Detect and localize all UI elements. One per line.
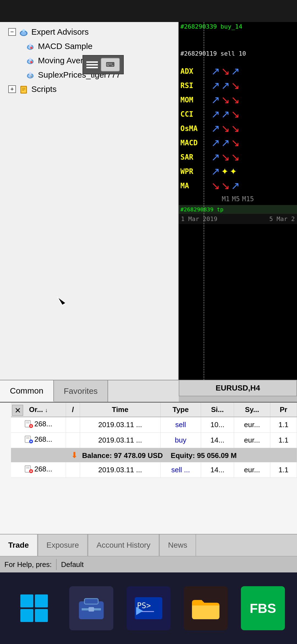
scripts-icon (18, 84, 29, 95)
svg-point-1 (21, 31, 26, 35)
keyboard-button[interactable]: ⌨ (101, 58, 120, 72)
fbs-label: FBS (250, 601, 276, 616)
collapse-expert-btn[interactable]: − (8, 28, 16, 36)
mt4-button[interactable] (69, 586, 113, 630)
col-price: Pr (270, 403, 297, 417)
expert-advisors-icon (18, 26, 29, 37)
expert-advisors-label: Expert Advisors (31, 27, 89, 37)
col-slash: / (66, 403, 80, 417)
expand-scripts-btn[interactable]: + (8, 85, 16, 93)
col-time: Time (80, 403, 160, 417)
svg-point-2 (22, 29, 25, 32)
svg-rect-16 (21, 87, 26, 93)
scripts-label: Scripts (31, 84, 57, 94)
chart-order-bottom: #268290839 tp (180, 206, 295, 213)
indicator-ma: MA ↘ ↘ ↗ (179, 179, 297, 193)
svg-point-9 (29, 58, 32, 61)
indicator-mom: MOM ↗ ↘ ↘ (179, 93, 297, 107)
chart-dashed-line (204, 22, 204, 385)
indicator-rsi: RSI ↗ ↗ ↘ (179, 78, 297, 93)
menu-lines-icon[interactable] (86, 61, 98, 68)
chart-panel: #268290339 buy_14 #268290119 sell 10 ADX… (179, 22, 297, 385)
terminal-bottom-tabs: Trade Exposure Account History News (0, 534, 297, 556)
table-row: 268... 2019.03.11 ... sell 10... eur... … (11, 417, 297, 433)
table-row: 268... 2019.03.11 ... buy 14... eur... 1… (11, 433, 297, 448)
tab-common[interactable]: Common (0, 380, 54, 402)
status-help-text: For Help, pres: (0, 560, 56, 569)
chart-dates: 1 Mar 2019 5 Mar 2 (179, 214, 297, 224)
status-bar: For Help, pres: Default (0, 556, 297, 572)
table-row: 268... 2019.03.11 ... sell ... 14... eur… (11, 462, 297, 478)
indicator-wpr: WPR ↗ ✦ ✦ (179, 164, 297, 179)
top-bar (0, 0, 297, 22)
row-icon-sell: 268... (24, 419, 52, 428)
chart-date-start: 1 Mar 2019 (181, 215, 217, 222)
terminal-icon: PS> (132, 592, 165, 625)
scripts-row[interactable]: + Scripts (0, 82, 178, 96)
balance-icon: ⬇ (71, 451, 78, 460)
row-icon-sell2: 268... (24, 465, 52, 473)
col-size: Si... (201, 403, 234, 417)
indicator-osma: OsMA ↗ ↘ ↘ (179, 121, 297, 136)
terminal-close-btn[interactable]: ✕ (12, 405, 23, 416)
tab-news[interactable]: News (160, 534, 196, 556)
table-header-row: Or... ↓ / Time Type Si... Sy... Pr (11, 403, 297, 417)
toolbar-overlay[interactable]: ⌨ (82, 55, 124, 74)
terminal-table: Or... ↓ / Time Type Si... Sy... Pr 268..… (11, 403, 297, 478)
chart-date-end: 5 Mar 2 (269, 215, 295, 222)
windows-logo-icon (20, 594, 48, 622)
svg-point-10 (30, 61, 32, 63)
tab-exposure[interactable]: Exposure (38, 534, 88, 556)
fbs-button[interactable]: FBS (241, 586, 285, 630)
status-default: Default (57, 560, 88, 569)
indicators-table: ADX ↗ ↘ ↗ RSI ↗ ↗ ↘ MOM ↗ ↘ ↘ CCI ↗ ↗ ↘ … (179, 64, 297, 193)
folder-button[interactable] (184, 586, 228, 630)
tab-trade[interactable]: Trade (0, 534, 38, 556)
briefcase-icon (75, 592, 108, 625)
taskbar: PS> FBS (0, 572, 297, 644)
macd-sample-row[interactable]: MACD Sample (0, 39, 178, 53)
svg-rect-39 (84, 599, 98, 604)
row-icon-buy: 268... (24, 435, 52, 444)
svg-point-5 (29, 43, 32, 46)
svg-point-6 (30, 47, 32, 49)
balance-text: Balance: 97 478.09 USD Equity: 95 056.09… (82, 451, 237, 460)
suplex-icon (25, 69, 36, 80)
indicator-macd: MACD ↗ ↗ ↘ (179, 136, 297, 150)
macd-icon (25, 41, 36, 52)
terminal-content: ✕ Or... ↓ / Time Type Si... Sy... Pr (11, 403, 297, 478)
indicator-cci: CCI ↗ ↗ ↘ (179, 107, 297, 121)
navigator-panel: − Expert Advisors (0, 22, 179, 385)
symbol-bar: EURUSD,H4 (179, 380, 297, 396)
folder-icon (189, 592, 222, 625)
expert-advisors-row[interactable]: − Expert Advisors (0, 25, 178, 39)
macd-sample-label: MACD Sample (38, 42, 92, 51)
balance-row: ⬇ Balance: 97 478.09 USD Equity: 95 056.… (11, 448, 297, 462)
svg-rect-41 (89, 607, 94, 612)
indicator-sar: SAR ↗ ↘ ↘ (179, 150, 297, 164)
chart-bottom-bar: #268290839 tp (179, 205, 297, 214)
tab-account-history[interactable]: Account History (88, 534, 159, 556)
navigator-bottom-tabs: Common Favorites (0, 380, 179, 402)
svg-point-14 (31, 76, 32, 77)
timeframes-row: M1 M5 M15 (179, 193, 297, 205)
tab-favorites[interactable]: Favorites (54, 380, 108, 402)
chart-order-top: #268290339 buy_14 (179, 22, 297, 31)
windows-button[interactable] (12, 586, 56, 630)
chart-order-sell: #268290119 sell 10 (180, 50, 246, 57)
indicator-adx: ADX ↗ ↘ ↗ (179, 64, 297, 78)
svg-point-13 (29, 72, 32, 75)
symbol-text: EURUSD,H4 (216, 384, 260, 392)
powershell-button[interactable]: PS> (127, 586, 170, 630)
moving-average-icon (25, 55, 36, 66)
col-type: Type (160, 403, 201, 417)
col-symbol: Sy... (234, 403, 270, 417)
